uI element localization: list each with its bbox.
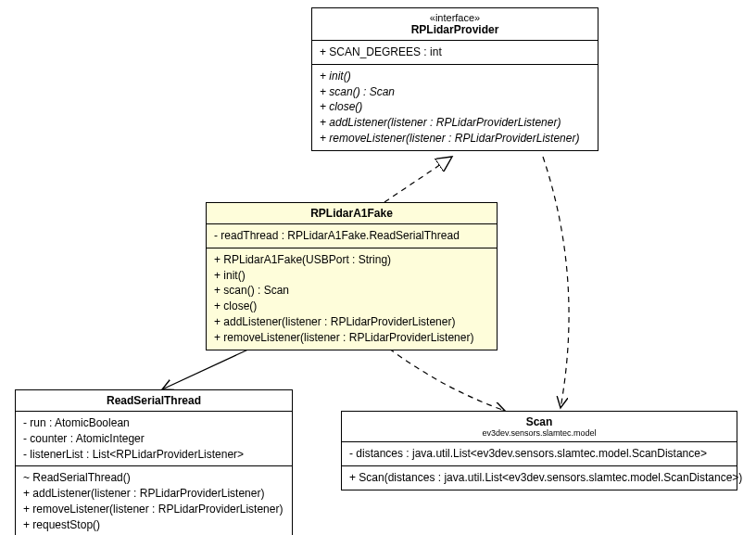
op-row: + scan() : Scan	[214, 283, 489, 299]
op-row: + addListener(listener : RPLidarProvider…	[23, 486, 284, 502]
attr-row: + SCAN_DEGREES : int	[320, 45, 590, 60]
op-row: ~ ReadSerialThread()	[23, 470, 284, 486]
class-rplidarprovider: «interface» RPLidarProvider + SCAN_DEGRE…	[311, 7, 598, 151]
class-title: «interface» RPLidarProvider	[312, 8, 598, 41]
class-name: ReadSerialThread	[23, 394, 284, 407]
op-row: + addListener(listener : RPLidarProvider…	[214, 314, 489, 330]
op-row: + removeListener(listener : RPLidarProvi…	[320, 131, 590, 146]
op-row: + Scan(distances : java.util.List<ev3dev…	[349, 470, 729, 486]
op-row: + close()	[214, 299, 489, 314]
op-row: + init()	[214, 268, 489, 284]
attrs-section: + SCAN_DEGREES : int	[312, 41, 598, 65]
class-name: RPLidarProvider	[320, 23, 590, 36]
op-row: + close()	[320, 99, 590, 115]
class-name: Scan	[349, 415, 729, 428]
class-title: ReadSerialThread	[16, 390, 292, 412]
class-rplidara1fake: RPLidarA1Fake - readThread : RPLidarA1Fa…	[206, 202, 498, 350]
op-row: + RPLidarA1Fake(USBPort : String)	[214, 252, 489, 268]
op-row: + addListener(listener : RPLidarProvider…	[320, 115, 590, 131]
class-title: Scan ev3dev.sensors.slamtec.model	[342, 412, 737, 442]
op-row: + scan() : Scan	[320, 84, 590, 100]
stereotype-label: «interface»	[320, 12, 590, 23]
attrs-section: - readThread : RPLidarA1Fake.ReadSerialT…	[207, 224, 497, 248]
attr-row: - distances : java.util.List<ev3dev.sens…	[349, 446, 729, 462]
ops-section: + RPLidarA1Fake(USBPort : String) + init…	[207, 248, 497, 350]
attrs-section: - distances : java.util.List<ev3dev.sens…	[342, 442, 737, 466]
class-title: RPLidarA1Fake	[207, 203, 497, 224]
attr-row: - listenerList : List<RPLidarProviderLis…	[23, 447, 284, 463]
op-row: + removeListener(listener : RPLidarProvi…	[214, 330, 489, 346]
op-row: + init()	[320, 69, 590, 84]
ops-section: + init() + scan() : Scan + close() + add…	[312, 65, 598, 150]
class-namespace: ev3dev.sensors.slamtec.model	[349, 428, 729, 438]
attr-row: - run : AtomicBoolean	[23, 415, 284, 431]
attrs-section: - run : AtomicBoolean - counter : Atomic…	[16, 412, 292, 466]
attr-row: - counter : AtomicInteger	[23, 431, 284, 447]
class-readserialthread: ReadSerialThread - run : AtomicBoolean -…	[15, 389, 293, 535]
class-name: RPLidarA1Fake	[214, 207, 489, 220]
op-row: + requestStop()	[23, 517, 284, 533]
ops-section: + Scan(distances : java.util.List<ev3dev…	[342, 466, 737, 490]
op-row: + removeListener(listener : RPLidarProvi…	[23, 502, 284, 517]
attr-row: - readThread : RPLidarA1Fake.ReadSerialT…	[214, 228, 489, 244]
ops-section: ~ ReadSerialThread() + addListener(liste…	[16, 466, 292, 535]
class-scan: Scan ev3dev.sensors.slamtec.model - dist…	[341, 411, 737, 490]
